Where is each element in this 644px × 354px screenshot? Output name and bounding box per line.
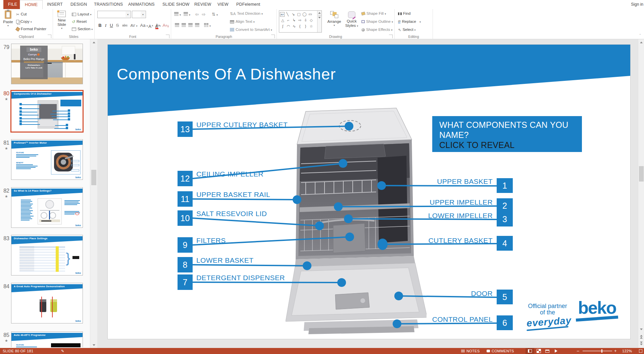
tab-file[interactable]: FILE (3, 0, 22, 9)
paste-button[interactable]: Paste ▾ (1, 10, 15, 33)
font-dialog-launcher[interactable] (166, 35, 169, 38)
label-cutlery-basket[interactable]: CUTLERY BASKET (428, 237, 493, 245)
shape-rectangle-icon[interactable]: ▢ (296, 11, 302, 17)
font-color-button[interactable]: A▾ (154, 22, 162, 29)
tab-home[interactable]: HOME (20, 0, 43, 9)
slide-thumbnail-80[interactable]: Components Of A Dishwasher (10, 90, 84, 133)
copy-button[interactable]: Copy▾ (16, 18, 32, 25)
label-upper-basket-rail[interactable]: UPPER BASKET RAIL (196, 191, 270, 199)
label-lower-impeller[interactable]: LOWER IMPELLER (428, 212, 493, 220)
shape-left-brace-icon[interactable]: { (297, 23, 303, 29)
numbox-1[interactable]: 1 (497, 178, 513, 193)
format-painter-button[interactable]: Format Painter (16, 25, 46, 33)
numbox-11[interactable]: 11 (178, 191, 193, 207)
decrease-indent-button[interactable]: ⇦ (194, 11, 200, 18)
slide-thumbnail-82[interactable]: So What Is 14 Place Settings? (11, 187, 83, 228)
shadow-button[interactable]: S (115, 22, 120, 29)
font-name-dropdown-icon[interactable]: ▾ (126, 11, 130, 17)
grow-font-button[interactable]: A▲ (148, 22, 154, 29)
scroll-thumb[interactable] (639, 166, 644, 182)
zoom-percentage[interactable]: 122% (622, 348, 632, 354)
justify-button[interactable] (194, 22, 200, 29)
align-center-button[interactable] (181, 22, 187, 29)
underline-button[interactable]: U (109, 22, 114, 29)
label-upper-cutlery-basket[interactable]: UPPER CUTLERY BASKET (196, 121, 288, 129)
tab-design[interactable]: DESIGN (66, 0, 92, 9)
strikethrough-button[interactable]: abc (121, 22, 129, 29)
drawing-dialog-launcher[interactable] (389, 35, 393, 38)
shape-scribble-icon[interactable]: ʃ (280, 23, 286, 29)
notes-button[interactable]: NOTES (461, 348, 480, 354)
scroll-up-icon[interactable] (639, 40, 644, 45)
thumb-scroll-down-icon[interactable] (91, 342, 96, 348)
arrange-button[interactable]: Arrange ▾ (326, 10, 343, 33)
shape-diamond-icon[interactable]: ◇ (308, 17, 314, 23)
shape-triangle-icon[interactable]: △ (280, 17, 286, 23)
slide-sorter-button[interactable] (534, 348, 543, 354)
shape-star-icon[interactable]: ☆ (308, 23, 314, 29)
font-size-dropdown-icon[interactable]: ▾ (141, 11, 145, 17)
tab-review[interactable]: REVIEW (190, 0, 216, 9)
numbox-12[interactable]: 12 (178, 171, 193, 186)
font-name-combo[interactable]: ▾ (97, 11, 131, 18)
cut-button[interactable]: ✂Cut (16, 10, 27, 18)
slide-title[interactable]: Components Of A Dishwasher (117, 65, 336, 83)
numbox-10[interactable]: 10 (178, 210, 193, 226)
tab-slide-show[interactable]: SLIDE SHOW (158, 0, 194, 9)
shape-down-arrow-icon[interactable]: ⇩ (303, 17, 308, 23)
line-spacing-button[interactable]: ⇅▾ (211, 11, 219, 18)
shapes-gallery[interactable]: A≡╲↘▢◯▭ △⌐↳⇨⇩◇ ʃ◠∿{}☆ (279, 10, 322, 33)
text-direction-button[interactable]: ⇅AText Direction▾ (230, 10, 263, 17)
tab-transitions[interactable]: TRANSITIONS (89, 0, 128, 9)
numbox-9[interactable]: 9 (178, 237, 193, 253)
font-size-combo[interactable]: ▾ (132, 11, 146, 18)
reset-button[interactable]: ↺Reset (72, 18, 87, 25)
label-control-panel[interactable]: CONTROL PANEL (432, 315, 493, 323)
character-spacing-button[interactable]: AV▾ (130, 22, 138, 29)
label-filters[interactable]: FILTERS (196, 237, 226, 245)
clipboard-dialog-launcher[interactable] (48, 35, 51, 38)
align-left-button[interactable] (174, 22, 180, 29)
slide-thumbnail-84[interactable]: A Great Auto Programme Demonstration bek… (11, 283, 83, 323)
previous-slide-button[interactable] (639, 334, 644, 339)
scroll-down-icon[interactable] (639, 326, 644, 332)
zoom-in-button[interactable]: + (614, 348, 617, 354)
clear-formatting-button[interactable]: A⥃ (162, 22, 169, 29)
numbox-13[interactable]: 13 (178, 121, 193, 137)
label-upper-impeller[interactable]: UPPER IMPELLER (430, 198, 493, 206)
new-slide-button[interactable]: ✱ New Slide ▾ (54, 10, 69, 33)
shape-elbow-arrow-icon[interactable]: ↳ (291, 17, 297, 23)
numbox-3[interactable]: 3 (497, 212, 513, 226)
shape-curve-icon[interactable]: ∿ (291, 23, 297, 29)
label-salt-resevoir-lid[interactable]: SALT RESEVOIR LID (196, 210, 267, 218)
shape-right-arrow-icon[interactable]: ⇨ (297, 17, 303, 23)
tab-animations[interactable]: ANIMATIONS (123, 0, 159, 9)
thumb-scroll-up-icon[interactable] (91, 40, 96, 45)
reveal-box[interactable]: WHAT COMPONENTS CAN YOU NAME? CLICK TO R… (432, 116, 582, 152)
next-slide-button[interactable] (639, 341, 644, 346)
convert-smartart-button[interactable]: Convert to SmartArt▾ (230, 26, 272, 33)
increase-indent-button[interactable]: ⇨ (201, 11, 207, 18)
collapse-ribbon-icon[interactable]: ˆ (640, 34, 641, 38)
bullets-button[interactable]: ▾ (174, 11, 181, 18)
slide-scrollbar[interactable] (638, 39, 644, 348)
zoom-slider-thumb[interactable] (601, 349, 602, 353)
slide-canvas[interactable]: Components Of A Dishwasher (108, 45, 630, 339)
select-button[interactable]: ⇖Select▾ (398, 26, 416, 33)
quick-styles-button[interactable]: QuickStyles▾ (344, 10, 359, 33)
change-case-button[interactable]: Aa▾ (140, 22, 148, 29)
label-detergent-dispenser[interactable]: DETERGENT DISPENSER (196, 274, 285, 282)
numbox-4[interactable]: 4 (497, 236, 513, 251)
italic-button[interactable]: I (103, 22, 108, 29)
replace-button[interactable]: abacReplace▾ (398, 18, 421, 25)
shapes-scrollbar[interactable] (317, 11, 321, 32)
shape-right-brace-icon[interactable]: } (303, 23, 308, 29)
align-right-button[interactable] (187, 22, 193, 29)
section-button[interactable]: Section▾ (72, 25, 93, 33)
numbox-2[interactable]: 2 (497, 198, 513, 213)
slide-thumbnail-85[interactable]: Auto 40-65°C Programme FEATURE (11, 332, 83, 347)
normal-view-button[interactable] (526, 348, 534, 354)
numbering-button[interactable]: ▾ (183, 11, 191, 18)
numbox-8[interactable]: 8 (178, 257, 193, 272)
numbox-6[interactable]: 6 (497, 315, 513, 330)
